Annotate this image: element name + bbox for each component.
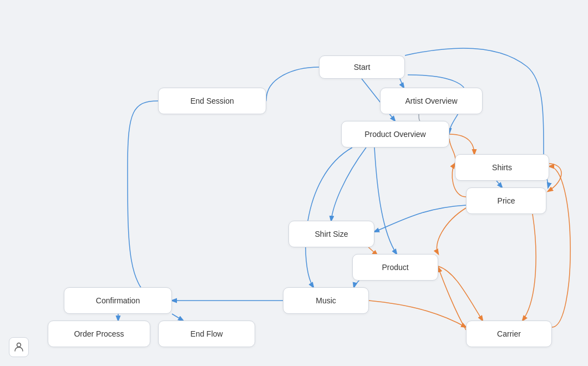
node-shirt-size[interactable]: Shirt Size [288, 221, 374, 247]
node-music[interactable]: Music [283, 287, 369, 314]
node-carrier[interactable]: Carrier [466, 321, 552, 347]
node-start[interactable]: Start [319, 55, 405, 79]
node-confirmation[interactable]: Confirmation [64, 287, 172, 314]
node-end-session[interactable]: End Session [158, 88, 266, 114]
node-end-flow[interactable]: End Flow [158, 321, 255, 347]
node-price[interactable]: Price [466, 187, 546, 214]
node-product-overview[interactable]: Product Overview [341, 121, 449, 148]
node-order-process[interactable]: Order Process [48, 321, 150, 347]
node-shirts[interactable]: Shirts [455, 154, 549, 181]
person-icon[interactable] [9, 337, 29, 357]
svg-point-0 [17, 343, 21, 347]
node-product[interactable]: Product [352, 254, 438, 281]
flow-canvas: Start End Session Artist Overview Produc… [0, 0, 588, 366]
node-artist-overview[interactable]: Artist Overview [380, 88, 483, 114]
